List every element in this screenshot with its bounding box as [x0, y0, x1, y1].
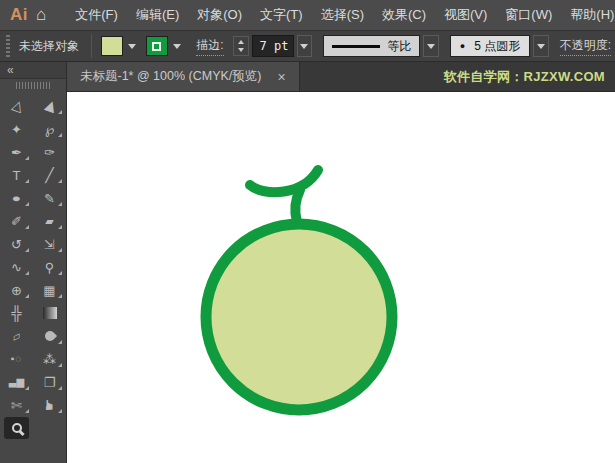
hand-tool-icon: ☛	[43, 399, 57, 412]
opacity-panel-link[interactable]: 不透明度:	[560, 37, 611, 56]
selection-status: 未选择对象	[19, 38, 79, 55]
measure-tool[interactable]: ▱	[0, 325, 33, 347]
type-tool[interactable]: T	[0, 164, 33, 186]
artboard-tool-icon: ❐	[44, 376, 56, 389]
direct-selection-tool-icon: ▶	[41, 99, 58, 114]
chevron-down-icon	[128, 44, 136, 49]
shape-builder-tool[interactable]: ⊕	[0, 279, 33, 301]
melon-stalk-shape[interactable]	[295, 190, 300, 222]
zoom-tool[interactable]	[4, 417, 29, 439]
width-profile-select[interactable]: 等比	[323, 35, 420, 57]
menu-item-6[interactable]: 视图(V)	[435, 6, 496, 24]
stroke-panel-link[interactable]: 描边:	[196, 37, 223, 56]
symbol-sprayer-tool-icon: ⁂	[43, 353, 56, 366]
width-tool-icon: ∿	[11, 261, 22, 274]
close-icon[interactable]: ×	[277, 70, 285, 84]
stroke-width-dropdown[interactable]	[297, 35, 313, 57]
panel-grip-handle[interactable]	[6, 35, 10, 57]
ellipse-tool-icon: ●	[12, 193, 22, 204]
gradient-tool[interactable]	[33, 302, 66, 324]
menu-bar: Ai ⌂ 文件(F)编辑(E)对象(O)文字(T)选择(S)效果(C)视图(V)…	[0, 0, 615, 30]
collapse-panel-button[interactable]: «	[7, 63, 14, 77]
pen-tool[interactable]: ✒	[0, 141, 33, 163]
chevron-down-icon	[238, 48, 244, 52]
curvature-tool-icon: ✑	[44, 146, 55, 159]
paintbrush-tool[interactable]: ✎	[33, 187, 66, 209]
width-profile-value: 等比	[387, 38, 411, 55]
menu-items: 文件(F)编辑(E)对象(O)文字(T)选择(S)效果(C)视图(V)窗口(W)…	[66, 6, 615, 24]
document-tab-title: 未标题-1* @ 100% (CMYK/预览)	[80, 68, 261, 85]
watermark-text: 软件自学网：RJZXW.COM	[444, 62, 615, 91]
rotate-tool-icon: ↺	[11, 238, 22, 251]
stroke-color-swatch[interactable]	[146, 36, 168, 56]
perspective-grid-tool[interactable]: ▦	[33, 279, 66, 301]
home-icon[interactable]: ⌂	[36, 5, 46, 25]
stroke-color-dropdown[interactable]	[170, 35, 184, 57]
shape-builder-tool-icon: ⊕	[11, 284, 22, 297]
symbol-sprayer-tool[interactable]: ⁂	[33, 348, 66, 370]
brush-value: 5 点圆形	[474, 38, 520, 55]
magic-wand-tool[interactable]: ✦	[0, 118, 33, 140]
pencil-tool[interactable]: ✐	[0, 210, 33, 232]
melon-stem-shape[interactable]	[250, 170, 318, 192]
chevron-down-icon	[173, 44, 181, 49]
stroke-width-stepper[interactable]	[233, 36, 249, 56]
lasso-tool-icon: ℘	[45, 123, 54, 136]
eyedropper-tool[interactable]	[33, 325, 66, 347]
pen-tool-icon: ✒	[11, 146, 22, 159]
document-tab[interactable]: 未标题-1* @ 100% (CMYK/预览) ×	[67, 62, 300, 91]
rotate-tool[interactable]: ↺	[0, 233, 33, 255]
width-profile-dropdown[interactable]	[423, 35, 439, 57]
menu-item-2[interactable]: 对象(O)	[188, 6, 251, 24]
menu-item-1[interactable]: 编辑(E)	[127, 6, 188, 24]
menu-item-5[interactable]: 效果(C)	[373, 6, 435, 24]
scale-tool[interactable]: ⇲	[33, 233, 66, 255]
fill-color-dropdown[interactable]	[125, 35, 139, 57]
menu-item-0[interactable]: 文件(F)	[66, 6, 127, 24]
lasso-tool[interactable]: ℘	[33, 118, 66, 140]
menu-item-7[interactable]: 窗口(W)	[496, 6, 561, 24]
stroke-indicator-icon	[152, 42, 161, 51]
line-segment-tool[interactable]: ╱	[33, 164, 66, 186]
width-tool[interactable]: ∿	[0, 256, 33, 278]
artboard-tool[interactable]: ❐	[33, 371, 66, 393]
direct-selection-tool[interactable]: ▶	[33, 95, 66, 117]
stroke-width-input[interactable]: 7 pt	[252, 35, 294, 57]
menu-item-3[interactable]: 文字(T)	[251, 6, 312, 24]
brush-dot-icon: ●	[460, 41, 465, 51]
column-graph-tool-icon: ▃▆	[9, 377, 24, 387]
mesh-tool[interactable]: ╬	[0, 302, 33, 324]
tools-panel-header: «	[0, 62, 66, 79]
hand-tool[interactable]: ☛	[33, 394, 66, 416]
eraser-tool[interactable]: ▰	[33, 210, 66, 232]
tools-grid: ▷▶✦℘✒✑T╱●✎✐▰↺⇲∿⚲⊕▦╬▱▪◌⁂▃▆❐✄☛	[0, 92, 66, 439]
ellipse-tool[interactable]: ●	[0, 187, 33, 209]
curvature-tool[interactable]: ✑	[33, 141, 66, 163]
blend-tool[interactable]: ▪◌	[0, 348, 33, 370]
tools-panel-grip[interactable]	[0, 79, 66, 92]
artboard-canvas[interactable]	[67, 92, 615, 463]
slice-tool-icon: ✄	[11, 399, 22, 412]
magic-wand-tool-icon: ✦	[11, 123, 22, 136]
melon-body-shape[interactable]	[206, 224, 392, 410]
zoom-tool-icon	[12, 423, 22, 433]
brush-dropdown[interactable]	[533, 35, 549, 57]
app-logo-icon: Ai	[10, 5, 28, 25]
selection-tool[interactable]: ▷	[0, 95, 33, 117]
gradient-tool-icon	[43, 307, 57, 319]
grip-icon	[16, 82, 50, 89]
fill-color-swatch[interactable]	[101, 36, 123, 56]
column-graph-tool[interactable]: ▃▆	[0, 371, 33, 393]
menu-item-8[interactable]: 帮助(H)	[561, 6, 615, 24]
slice-tool[interactable]: ✄	[0, 394, 33, 416]
stroke-line-icon	[332, 45, 380, 48]
type-tool-icon: T	[13, 169, 21, 182]
eraser-tool-icon: ▰	[45, 216, 53, 227]
chevron-down-icon	[537, 44, 545, 49]
chevron-down-icon	[300, 44, 308, 49]
melon-artwork[interactable]	[67, 92, 615, 463]
menu-item-4[interactable]: 选择(S)	[312, 6, 373, 24]
puppet-warp-tool[interactable]: ⚲	[33, 256, 66, 278]
brush-select[interactable]: ● 5 点圆形	[450, 35, 530, 57]
mesh-tool-icon: ╬	[12, 306, 22, 320]
